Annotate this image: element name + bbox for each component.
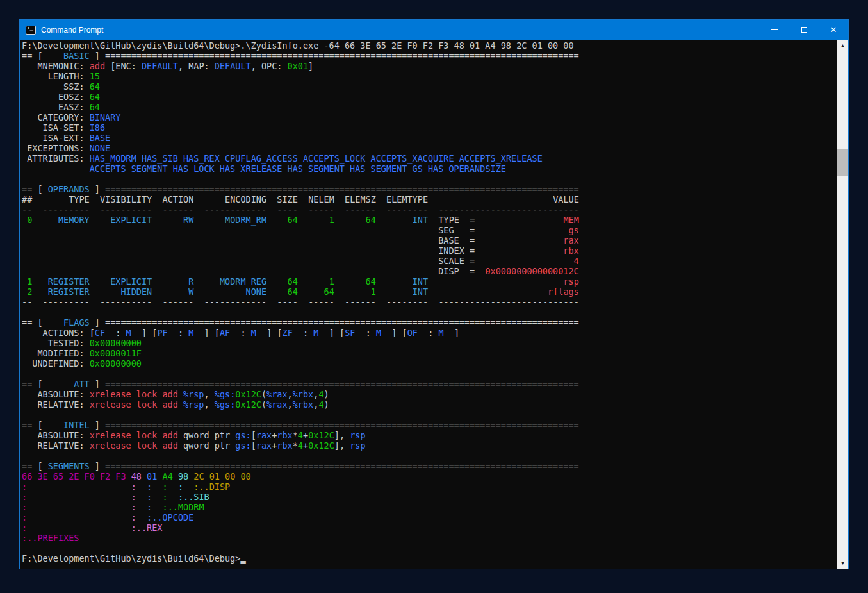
terminal-line: DISP = 0x000000000000012C [22,266,837,276]
terminal-line: ACCEPTS_SEGMENT HAS_LOCK HAS_XRELEASE HA… [22,163,837,174]
terminal-line: : : :..OPCODE [22,512,837,522]
terminal-line: == [ ATT ] =============================… [22,379,837,389]
terminal-line: 2 REGISTER HIDDEN W NONE 64 64 1 INT rfl… [22,287,837,297]
terminal-line: RELATIVE: xrelease lock add qword ptr gs… [22,440,837,451]
terminal-line: 66 3E 65 2E F0 F2 F3 48 01 A4 98 2C 01 0… [22,471,837,481]
console[interactable]: F:\Development\GitHub\zydis\Build64\Debu… [20,40,848,569]
terminal-line: INDEX = rbx [22,246,837,256]
terminal-line: MNEMONIC: add [ENC: DEFAULT, MAP: DEFAUL… [22,61,837,71]
minimize-icon [771,29,778,30]
scroll-up-icon: ▲ [840,43,845,47]
terminal-line [22,543,837,553]
terminal-line: F:\Development\GitHub\zydis\Build64\Debu… [22,553,837,564]
terminal-line: ACTIONS: [CF : M ] [PF : M ] [AF : M ] [… [22,328,837,338]
terminal-line: UNDEFINED: 0x00000000 [22,358,837,369]
terminal-line: 0 MEMORY EXPLICIT RW MODRM_RM 64 1 64 IN… [22,215,837,225]
terminal-line: == [ FLAGS ] ===========================… [22,317,837,328]
titlebar[interactable]: Command Prompt ✕ [20,20,848,40]
terminal-line: F:\Development\GitHub\zydis\Build64\Debu… [22,40,837,51]
terminal-line: : :..REX [22,522,837,533]
terminal-line: ABSOLUTE: xrelease lock add qword ptr gs… [22,430,837,440]
terminal-line: MODIFIED: 0x0000011F [22,348,837,358]
terminal-line [22,174,837,184]
terminal-line: == [ BASIC ] ===========================… [22,51,837,61]
terminal-line: SEG = gs [22,225,837,235]
terminal-line: ISA-EXT: BASE [22,133,837,143]
terminal-line [22,369,837,379]
terminal-line: ISA-SET: I86 [22,122,837,133]
terminal-line: -- --------- ---------- ------ ---------… [22,205,837,215]
terminal-line [22,451,837,461]
scrollbar[interactable]: ▲ ▼ [837,40,848,569]
terminal-line: :..PREFIXES [22,533,837,543]
terminal-line: EXCEPTIONS: NONE [22,143,837,153]
terminal-line: ## TYPE VISIBILITY ACTION ENCODING SIZE … [22,194,837,205]
window-controls: ✕ [760,20,848,40]
maximize-icon [801,27,807,33]
terminal-line: == [ OPERANDS ] ========================… [22,184,837,194]
terminal-line: : : : :..MODRM [22,502,837,512]
close-icon: ✕ [830,26,837,34]
terminal-line: CATEGORY: BINARY [22,112,837,122]
terminal-line: ATTRIBUTES: HAS_MODRM HAS_SIB HAS_REX CP… [22,153,837,163]
cmd-icon [26,26,36,35]
terminal-line: RELATIVE: xrelease lock add %rsp, %gs:0x… [22,399,837,410]
command-prompt-window: Command Prompt ✕ F:\Development\GitHub\z… [19,19,849,569]
terminal-output: F:\Development\GitHub\zydis\Build64\Debu… [20,40,837,569]
terminal-line: SCALE = 4 [22,256,837,266]
terminal-line: EOSZ: 64 [22,92,837,102]
terminal-line [22,410,837,420]
terminal-line: ABSOLUTE: xrelease lock add %rsp, %gs:0x… [22,389,837,399]
terminal-line: : : : : : :..DISP [22,481,837,492]
scrollbar-thumb[interactable] [837,149,848,176]
close-button[interactable]: ✕ [819,20,848,40]
terminal-line: 1 REGISTER EXPLICIT R MODRM_REG 64 1 64 … [22,276,837,287]
scroll-down-button[interactable]: ▼ [837,558,848,569]
terminal-line: SSZ: 64 [22,81,837,92]
terminal-line: LENGTH: 15 [22,71,837,81]
terminal-line: == [ SEGMENTS ] ========================… [22,461,837,471]
minimize-button[interactable] [760,20,789,40]
maximize-button[interactable] [789,20,819,40]
window-title: Command Prompt [41,26,103,35]
terminal-line [22,307,837,317]
terminal-line: == [ INTEL ] ===========================… [22,420,837,430]
terminal-line: EASZ: 64 [22,102,837,112]
terminal-line: TESTED: 0x00000000 [22,338,837,348]
terminal-line: : : : : :..SIB [22,492,837,502]
terminal-line: BASE = rax [22,235,837,246]
scroll-up-button[interactable]: ▲ [837,40,848,51]
terminal-line: -- --------- ---------- ------ ---------… [22,297,837,307]
scroll-down-icon: ▼ [840,561,845,565]
